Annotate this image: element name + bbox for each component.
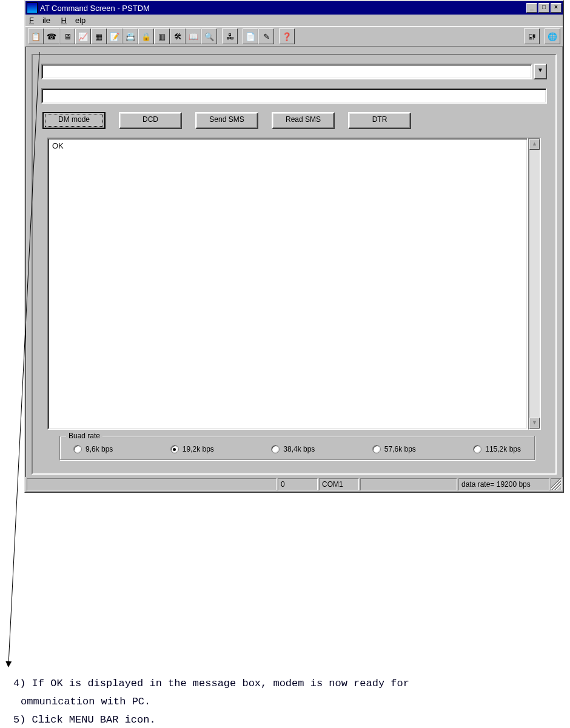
toolbar-btn-right-1[interactable]: 🖳 bbox=[524, 28, 540, 44]
radio-dot-icon bbox=[473, 445, 481, 453]
main-panel: ▼ DM mode DCD Send SMS Read SMS DTR OK ▲… bbox=[32, 54, 557, 475]
toolbar-btn-6[interactable]: 📝 bbox=[107, 28, 122, 44]
radio-dot-icon bbox=[271, 445, 280, 453]
scroll-track[interactable] bbox=[529, 150, 540, 418]
command-input[interactable] bbox=[41, 88, 547, 104]
baud-radio-label: 9,6k bps bbox=[86, 445, 113, 453]
baud-radio-0[interactable]: 9,6k bps bbox=[73, 445, 113, 453]
minimize-button[interactable]: _ bbox=[526, 3, 537, 13]
radio-dot-icon bbox=[372, 445, 381, 453]
toolbar-btn-4[interactable]: 📈 bbox=[75, 28, 91, 44]
toolbar-btn-7[interactable]: 📇 bbox=[122, 28, 138, 44]
baud-radio-label: 38,4k bps bbox=[283, 445, 315, 453]
toolbar-btn-8[interactable]: 🔒 bbox=[138, 28, 154, 44]
menubar: File Help bbox=[25, 15, 563, 26]
dtr-button[interactable]: DTR bbox=[348, 112, 411, 129]
baud-rate-legend: Buad rate bbox=[66, 432, 102, 440]
button-row: DM mode DCD Send SMS Read SMS DTR bbox=[41, 112, 547, 129]
toolbar-btn-15[interactable]: ✎ bbox=[258, 28, 274, 44]
dcd-button[interactable]: DCD bbox=[119, 112, 182, 129]
baud-radio-label: 57,6k bps bbox=[384, 445, 416, 453]
read-sms-button[interactable]: Read SMS bbox=[272, 112, 335, 129]
baud-radio-1[interactable]: 19,2k bps bbox=[170, 445, 214, 453]
send-sms-button[interactable]: Send SMS bbox=[195, 112, 258, 129]
status-spacer bbox=[27, 478, 277, 490]
status-port: COM1 bbox=[319, 478, 359, 490]
toolbar-btn-10[interactable]: 🛠 bbox=[170, 28, 186, 44]
toolbar-btn-right-2[interactable]: 🌐 bbox=[545, 28, 560, 44]
maximize-button[interactable]: □ bbox=[538, 3, 549, 13]
radio-dot-icon bbox=[73, 445, 82, 453]
client-area: ▼ DM mode DCD Send SMS Read SMS DTR OK ▲… bbox=[25, 47, 563, 477]
app-icon bbox=[27, 2, 38, 13]
resize-grip[interactable] bbox=[551, 478, 562, 490]
baud-rate-group: Buad rate 9,6k bps19,2k bps38,4k bps57,6… bbox=[59, 436, 535, 460]
toolbar-btn-5[interactable]: ▦ bbox=[91, 28, 107, 44]
scroll-up-icon[interactable]: ▲ bbox=[529, 139, 540, 150]
titlebar[interactable]: AT Command Screen - PSTDM _ □ × bbox=[25, 1, 563, 15]
baud-radio-4[interactable]: 115,2k bps bbox=[473, 445, 521, 453]
baud-radio-label: 19,2k bps bbox=[183, 445, 214, 453]
output-scrollbar[interactable]: ▲ ▼ bbox=[528, 138, 541, 430]
menu-help[interactable]: Help bbox=[61, 16, 86, 25]
toolbar-btn-12[interactable]: 🔍 bbox=[201, 28, 217, 44]
window-title: AT Command Screen - PSTDM bbox=[40, 4, 525, 13]
toolbar-btn-11[interactable]: 📖 bbox=[186, 28, 201, 44]
status-counter: 0 bbox=[278, 478, 318, 490]
toolbar-btn-9[interactable]: ▥ bbox=[154, 28, 170, 44]
menu-file[interactable]: File bbox=[29, 16, 50, 25]
toolbar: 📋 ☎ 🖥 📈 ▦ 📝 📇 🔒 ▥ 🛠 📖 🔍 🖧 📄 ✎ ❓ 🖳 🌐 bbox=[25, 26, 563, 47]
caption-line-1: 4) If OK is displayed in the message box… bbox=[13, 676, 409, 692]
baud-radio-2[interactable]: 38,4k bps bbox=[271, 445, 315, 453]
toolbar-btn-1[interactable]: 📋 bbox=[28, 28, 44, 44]
app-window: AT Command Screen - PSTDM _ □ × File Hel… bbox=[24, 0, 564, 493]
caption-line-3: 5) Click MENU BAR icon. bbox=[13, 712, 156, 728]
combo-dropdown-button[interactable]: ▼ bbox=[534, 64, 547, 79]
baud-radio-label: 115,2k bps bbox=[485, 445, 521, 453]
baud-radio-3[interactable]: 57,6k bps bbox=[372, 445, 416, 453]
dm-mode-button[interactable]: DM mode bbox=[42, 112, 106, 129]
output-box[interactable]: OK bbox=[47, 138, 528, 430]
toolbar-btn-13[interactable]: 🖧 bbox=[222, 28, 238, 44]
radio-dot-icon bbox=[170, 445, 179, 453]
command-combo[interactable] bbox=[41, 64, 532, 79]
toolbar-btn-2[interactable]: ☎ bbox=[44, 28, 59, 44]
caption-line-2: ommunication with PC. bbox=[21, 694, 150, 710]
status-blank bbox=[360, 478, 457, 490]
toolbar-btn-help[interactable]: ❓ bbox=[279, 28, 295, 44]
statusbar: 0 COM1 data rate= 19200 bps bbox=[25, 477, 563, 492]
close-button[interactable]: × bbox=[551, 3, 562, 13]
toolbar-btn-3[interactable]: 🖥 bbox=[59, 28, 75, 44]
scroll-down-icon[interactable]: ▼ bbox=[529, 418, 540, 429]
status-rate: data rate= 19200 bps bbox=[458, 478, 549, 490]
toolbar-btn-14[interactable]: 📄 bbox=[243, 28, 258, 44]
